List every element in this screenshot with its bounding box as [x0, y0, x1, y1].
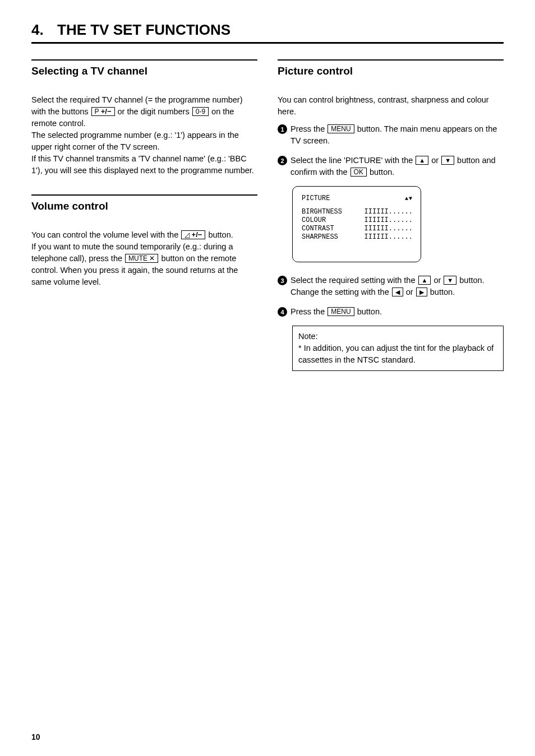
step-badge-2: 2: [278, 156, 287, 165]
menu-key: MENU: [328, 124, 354, 133]
volume-paragraph-1: You can control the volume level with th…: [31, 229, 257, 241]
section-selecting-heading: Selecting a TV channel: [31, 59, 257, 77]
step-2: 2 Select the line 'PICTURE' with the ▲ o…: [278, 155, 504, 178]
left-key: ◀: [392, 287, 403, 296]
ok-key: OK: [350, 168, 367, 177]
volume-key: ◿ +/−: [181, 230, 205, 239]
down-key: ▼: [441, 156, 454, 165]
osd-row: SHARPNESSIIIIII......: [302, 233, 413, 242]
step-badge-1: 1: [278, 124, 287, 134]
selecting-paragraph-3: If this TV channel transmits a 'TV chann…: [31, 153, 257, 177]
selecting-paragraph: Select the required TV channel (= the pr…: [31, 94, 257, 129]
step-badge-3: 3: [278, 276, 287, 285]
up-key: ▲: [418, 276, 431, 285]
osd-picture-menu: PICTURE ▲▼ BIRGHTNESSIIIIII...... COLOUR…: [292, 186, 421, 262]
picture-intro: You can control brightness, contrast, sh…: [278, 94, 504, 118]
menu-key: MENU: [328, 307, 354, 316]
step-1: 1 Press the MENU button. The main menu a…: [278, 123, 504, 147]
page-number: 10: [31, 732, 40, 741]
chapter-number: 4.: [31, 21, 57, 39]
selecting-paragraph-2: The selected programme number (e.g.: '1'…: [31, 129, 257, 153]
osd-row: COLOURIIIIII......: [302, 216, 413, 225]
section-volume-heading: Volume control: [31, 194, 257, 212]
osd-updown-icon: ▲▼: [405, 196, 413, 202]
up-key: ▲: [416, 156, 428, 165]
step-3: 3 Select the required setting with the ▲…: [278, 275, 504, 298]
osd-title: PICTURE: [302, 194, 330, 202]
osd-row: BIRGHTNESSIIIIII......: [302, 208, 413, 216]
osd-rows: BIRGHTNESSIIIIII...... COLOURIIIIII.....…: [302, 208, 413, 242]
mute-key: MUTE ✕: [125, 254, 158, 263]
left-column: Selecting a TV channel Select the requir…: [31, 59, 257, 371]
osd-row: CONTRASTIIIIII......: [302, 225, 413, 233]
chapter-heading: 4.THE TV SET FUNCTIONS: [31, 16, 504, 44]
step-4: 4 Press the MENU button.: [278, 306, 504, 318]
right-column: Picture control You can control brightne…: [278, 59, 504, 371]
chapter-title-text: THE TV SET FUNCTIONS: [57, 21, 230, 38]
step-badge-4: 4: [278, 307, 287, 317]
note-title: Note:: [298, 331, 497, 342]
section-picture-heading: Picture control: [278, 59, 504, 77]
volume-paragraph-2: If you want to mute the sound temporaril…: [31, 241, 257, 288]
right-key: ▶: [416, 287, 427, 296]
program-plusminus-key: P +/−: [91, 107, 115, 116]
note-body: * In addition, you can adjust the tint f…: [298, 342, 497, 366]
digit-keys: 0-9: [192, 107, 209, 116]
note-box: Note: * In addition, you can adjust the …: [292, 326, 504, 371]
down-key: ▼: [444, 276, 456, 285]
